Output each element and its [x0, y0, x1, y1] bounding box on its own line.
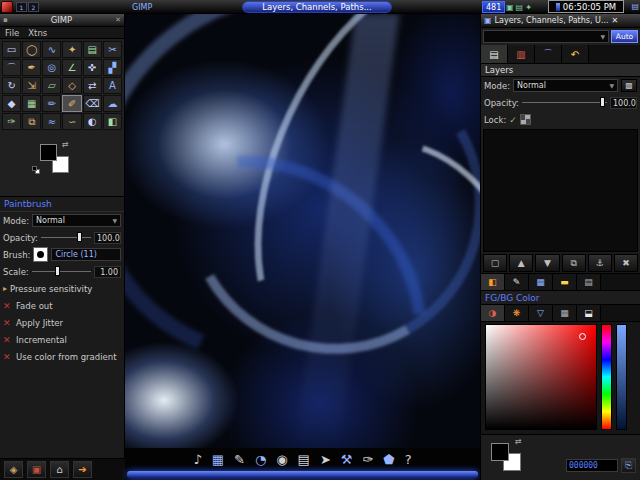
volume-dock-icon[interactable]: ♪: [193, 452, 201, 467]
color-picker-tool-button[interactable]: ✒: [22, 59, 41, 76]
lock-check-icon[interactable]: ✓: [509, 115, 517, 125]
tab-channels[interactable]: ▥: [508, 45, 535, 63]
ellipse-select-tool-button[interactable]: ◯: [22, 41, 41, 58]
tab-palette-selector[interactable]: ▦: [553, 305, 577, 321]
flip-tool-button[interactable]: ⇄: [83, 77, 102, 94]
rect-select-tool-button[interactable]: ▭: [2, 41, 21, 58]
ink-tool-button[interactable]: ✑: [2, 113, 21, 130]
fade-out-checkbox[interactable]: ✕ Fade out: [0, 297, 124, 314]
layers-dialog-titlebar[interactable]: ▣ Layers, Channels, Paths, U... ✕: [481, 14, 640, 28]
files-launcher-icon[interactable]: ⌂: [50, 461, 69, 478]
duplicate-layer-button[interactable]: ⧉: [562, 254, 586, 272]
package-launcher-icon[interactable]: ▣: [27, 461, 46, 478]
clone-tool-button[interactable]: ⧉: [22, 113, 41, 130]
toolbox-fg-bg-swatches[interactable]: ⇄: [40, 144, 74, 178]
new-layer-button[interactable]: ▢: [483, 254, 507, 272]
magnify-tool-button[interactable]: ◎: [42, 59, 61, 76]
dodge-burn-tool-button[interactable]: ◐: [83, 113, 102, 130]
tab-patterns[interactable]: ▦: [529, 274, 553, 290]
brush-preview[interactable]: [33, 247, 48, 262]
clock-dock-icon[interactable]: ◔: [255, 452, 266, 467]
paths-tool-button[interactable]: ⌒: [2, 59, 21, 76]
tab-watercolor-selector[interactable]: ❋: [505, 305, 529, 321]
tab-paths[interactable]: ⌒: [535, 45, 562, 63]
free-select-tool-button[interactable]: ∿: [42, 41, 61, 58]
foreground-color-swatch[interactable]: [491, 443, 509, 461]
rotate-tool-button[interactable]: ↻: [2, 77, 21, 94]
opacity-slider[interactable]: [41, 232, 91, 243]
anchor-layer-button[interactable]: ⚓: [588, 254, 612, 272]
fuzzy-select-tool-button[interactable]: ✦: [62, 41, 81, 58]
network-tray-icon[interactable]: ▤: [516, 3, 524, 12]
lock-tray-icon[interactable]: ✦: [525, 3, 532, 12]
pager-desktop-1[interactable]: 1: [16, 2, 27, 12]
display-dock-icon[interactable]: ▦: [212, 452, 224, 467]
smudge-tool-button[interactable]: ∽: [62, 113, 81, 130]
notes-tray-icon[interactable]: ▤: [631, 2, 639, 11]
perspective-tool-button[interactable]: ◇: [62, 77, 81, 94]
tab-brushes[interactable]: ✎: [505, 274, 529, 290]
layer-mode-select[interactable]: Normal ▼: [513, 79, 618, 92]
lock-alpha-icon[interactable]: [520, 114, 531, 125]
taskbar-active-window-title[interactable]: Layers, Channels, Paths...: [242, 1, 392, 13]
pen-dock-icon[interactable]: ✑: [362, 452, 373, 467]
toolbox-titlebar[interactable]: ▪ GIMP ✕: [0, 14, 124, 27]
eraser-tool-button[interactable]: ⌫: [83, 95, 102, 112]
paint-mode-select[interactable]: Normal ▼: [32, 214, 121, 227]
shield-dock-icon[interactable]: ⬟: [383, 452, 394, 467]
use-color-from-gradient-checkbox[interactable]: ✕ Use color from gradient: [0, 348, 124, 365]
tab-gradients[interactable]: ▬: [553, 274, 577, 290]
airbrush-tool-button[interactable]: ☁: [103, 95, 122, 112]
keep-transparency-button[interactable]: ▩: [621, 79, 637, 92]
select-by-color-tool-button[interactable]: ▤: [83, 41, 102, 58]
tab-palettes[interactable]: ▤: [577, 274, 601, 290]
sphere-dock-icon[interactable]: ◉: [276, 452, 287, 467]
tab-printer-selector[interactable]: ⬓: [577, 305, 601, 321]
blur-sharpen-tool-button[interactable]: ≈: [42, 113, 61, 130]
clock[interactable]: 06:50:05 PM: [548, 0, 624, 13]
display-tray-icon[interactable]: ▣: [506, 3, 514, 12]
color-tools-button[interactable]: ◧: [103, 113, 122, 130]
help-dock-icon[interactable]: ?: [405, 452, 412, 467]
hex-color-input[interactable]: [566, 459, 618, 472]
tab-layers[interactable]: ▤: [481, 45, 508, 63]
menu-launcher-icon[interactable]: [1, 1, 13, 13]
gimp-launcher-icon[interactable]: ◈: [4, 461, 23, 478]
image-canvas[interactable]: [125, 14, 480, 448]
draw-dock-icon[interactable]: ✎: [234, 452, 245, 467]
incremental-checkbox[interactable]: ✕ Incremental: [0, 331, 124, 348]
layers-list[interactable]: [483, 129, 638, 252]
taskbar-window-gimp[interactable]: GIMP: [128, 0, 156, 14]
lower-layer-button[interactable]: ▼: [535, 254, 559, 272]
swallow-dock-icon[interactable]: ➤: [320, 452, 331, 467]
paintbrush-tool-button[interactable]: ✐: [62, 95, 81, 112]
tools-dock-icon[interactable]: ⚒: [341, 452, 353, 467]
value-slider[interactable]: [616, 324, 627, 430]
close-icon[interactable]: ✕: [115, 16, 121, 24]
tab-fg-bg-color[interactable]: ◧: [481, 274, 505, 290]
tab-triangle-selector[interactable]: ▽: [529, 305, 553, 321]
close-icon[interactable]: ✕: [612, 16, 619, 25]
swap-colors-icon[interactable]: ⇄: [62, 140, 69, 149]
menu-xtns[interactable]: Xtns: [28, 28, 47, 38]
switcher-icon[interactable]: ➔: [73, 461, 92, 478]
auto-follow-button[interactable]: Auto: [611, 30, 638, 43]
opacity-value[interactable]: 100.0: [94, 232, 121, 244]
layer-opacity-value[interactable]: 100.0: [610, 97, 637, 109]
move-tool-button[interactable]: ✜: [83, 59, 102, 76]
image-select[interactable]: ▼: [483, 30, 609, 43]
saturation-value-square[interactable]: [485, 324, 597, 430]
tab-gimp-selector[interactable]: ◑: [481, 305, 505, 321]
default-colors-icon[interactable]: [32, 166, 41, 175]
bucket-fill-tool-button[interactable]: ◆: [2, 95, 21, 112]
scale-tool-button[interactable]: ⇲: [22, 77, 41, 94]
documents-dock-icon[interactable]: ▤: [298, 452, 310, 467]
blend-tool-button[interactable]: ▦: [22, 95, 41, 112]
layer-opacity-slider[interactable]: [522, 97, 607, 108]
scissors-tool-button[interactable]: ✂: [103, 41, 122, 58]
text-tool-button[interactable]: A: [103, 77, 122, 94]
hue-slider[interactable]: [601, 324, 612, 430]
delete-layer-button[interactable]: ✖: [614, 254, 638, 272]
menu-file[interactable]: File: [5, 28, 19, 38]
scale-slider[interactable]: [32, 266, 91, 277]
